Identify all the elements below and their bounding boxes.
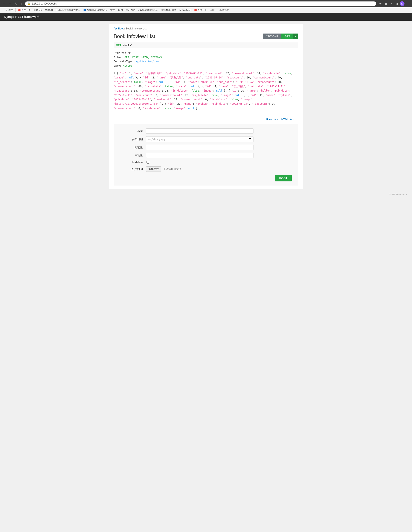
bookmark-apps2-label: 应用 <box>118 8 123 12</box>
breadcrumb: Api Root / Book Infoview List <box>114 27 298 30</box>
fanyi-icon: 🔵 <box>83 9 86 11</box>
bookmark-study-label: 学习网站 <box>126 8 135 12</box>
bookmark-fanyi[interactable]: 🔵 百度翻译-200种语... <box>82 8 109 12</box>
bookmark-separator2 <box>217 8 217 12</box>
user-avatar[interactable]: K <box>400 1 404 6</box>
header-buttons: OPTIONS GET ▾ <box>263 34 298 39</box>
name-label: 名字 <box>120 129 146 133</box>
apps-icon: ⋮⋮ <box>3 9 8 11</box>
name-row: 名字 <box>120 128 292 134</box>
is-delete-checkbox[interactable] <box>147 161 149 164</box>
content-type-value: application/json <box>135 60 160 63</box>
vary-value: Accept <box>123 64 132 67</box>
bookmark-baidu[interactable]: 🔴 百度一下 <box>17 8 32 12</box>
bookmark-star-button[interactable]: ★ <box>378 2 383 6</box>
image-label: 图片的url <box>120 167 146 171</box>
get-button[interactable]: GET <box>281 34 293 39</box>
bookmark-common-label: 常用 <box>110 8 115 12</box>
post-button[interactable]: POST <box>275 175 292 181</box>
bookmark-map[interactable]: 🗺 地图 <box>44 8 54 12</box>
choose-file-button[interactable]: 选择文件 <box>146 166 161 172</box>
form-tabs: Raw data HTML form <box>114 116 298 123</box>
allow-key: Allow: <box>114 56 125 59</box>
allow-value: GET, POST, HEAD, OPTIONS <box>125 56 162 59</box>
breadcrumb-current: Book Infoview List <box>126 27 147 30</box>
json-body: [ { "id": 1, "name": "射雕英雄传", "pub_date"… <box>114 70 298 112</box>
page-header: Book Infoview List OPTIONS GET ▾ <box>114 33 298 39</box>
bookmarks-bar: ⋮⋮ 应用 🔴 百度一下 ✉ Gmail 🗺 地图 {} JSON在线解析及格.… <box>0 7 412 13</box>
baidu2-icon: 🔴 <box>194 9 197 11</box>
browser-actions: ★ ▣ ✕ ◀ K ⋮ <box>378 1 410 6</box>
file-upload-container: 选择文件 未选择任何文件 <box>146 166 181 172</box>
youtube-icon: ▶ <box>179 9 181 11</box>
extensions-button[interactable]: ◀ <box>395 2 399 6</box>
bookmark-youtube[interactable]: ▶ YouTube <box>178 8 192 12</box>
is-delete-label: Is delete <box>120 161 146 164</box>
cast-button[interactable]: ▣ <box>384 2 388 6</box>
bookmark-youdao-label: 在线翻译_有道 <box>161 8 177 12</box>
bookmark-baidu-label: 百度一下 <box>21 8 31 12</box>
request-line: GET /books/ <box>114 43 298 48</box>
pub-date-label: 发布日期 <box>120 137 146 141</box>
address-text: 127.0.0.1:8000/books/ <box>32 2 57 5</box>
readcount-input[interactable] <box>146 145 253 150</box>
bookmark-wenquan[interactable]: 问圈 <box>209 8 216 12</box>
menu-button[interactable]: ⋮ <box>405 2 410 6</box>
bookmark-json-label: JSON在线解析及格... <box>58 8 80 12</box>
bookmark-youtube-label: YouTube <box>182 9 191 11</box>
bookmark-js[interactable]: Javascript在线压... <box>137 8 159 12</box>
main-content: Api Root / Book Infoview List Book Infov… <box>109 24 303 189</box>
bookmark-common[interactable]: 常用 <box>109 8 116 12</box>
response-block: HTTP 200 OK Allow: GET, POST, HEAD, OPTI… <box>114 51 298 68</box>
browser-chrome: ← → ↻ ⌂ 🔒 127.0.0.1:8000/books/ ★ ▣ ✕ ◀ … <box>0 0 412 7</box>
commentcount-row: 评论量 <box>120 153 292 158</box>
lock-icon: 🔒 <box>27 2 30 5</box>
home-button[interactable]: ⌂ <box>19 1 23 6</box>
forward-button[interactable]: → <box>8 1 13 6</box>
commentcount-input[interactable] <box>146 153 253 158</box>
bookmark-other[interactable]: 其他书签 <box>218 8 230 12</box>
copyright: ©2016 Beaubryo ▲ <box>0 192 412 197</box>
bookmark-fanyi-label: 百度翻译-200种语... <box>87 8 107 12</box>
readcount-row: 阅读量 <box>120 145 292 150</box>
content-type-key: Content-Type: <box>114 60 135 63</box>
bookmark-json[interactable]: {} JSON在线解析及格... <box>55 8 82 12</box>
bookmark-other-label: 其他书签 <box>220 8 229 12</box>
readcount-label: 阅读量 <box>120 145 146 149</box>
vary-key: Vary: <box>114 64 123 67</box>
commentcount-label: 评论量 <box>120 153 146 157</box>
close-button[interactable]: ✕ <box>389 2 394 6</box>
raw-data-tab[interactable]: Raw data <box>266 118 278 121</box>
is-delete-row: Is delete <box>120 161 292 164</box>
breadcrumb-root[interactable]: Api Root <box>114 27 123 30</box>
name-input[interactable] <box>146 128 253 134</box>
address-bar[interactable]: 🔒 127.0.0.1:8000/books/ <box>25 1 376 6</box>
pub-date-input[interactable] <box>146 136 253 142</box>
bookmark-apps2[interactable]: 应用 <box>117 8 124 12</box>
back-button[interactable]: ← <box>2 1 7 6</box>
bookmark-study[interactable]: 学习网站 <box>125 8 137 12</box>
get-dropdown-button[interactable]: ▾ <box>293 34 298 39</box>
drf-title: Django REST framework <box>4 15 39 19</box>
post-form: 名字 发布日期 阅读量 评论量 Is delete 图片的url 选择文件 未选… <box>114 124 298 186</box>
options-button[interactable]: OPTIONS <box>263 34 282 39</box>
http-status: HTTP 200 OK <box>114 52 131 55</box>
html-form-tab[interactable]: HTML form <box>281 118 295 121</box>
form-footer: POST <box>120 175 292 181</box>
vary-line: Vary: Accept <box>114 64 298 68</box>
bookmark-gmail[interactable]: ✉ Gmail <box>32 8 44 12</box>
nav-buttons: ← → ↻ ⌂ <box>2 1 23 6</box>
apps-grid-button[interactable]: ⋮⋮ 应用 <box>2 8 14 12</box>
refresh-button[interactable]: ↻ <box>14 1 19 6</box>
bookmark-wenquan-label: 问圈 <box>210 8 215 12</box>
allow-header-line: Allow: GET, POST, HEAD, OPTIONS <box>114 56 298 59</box>
bookmark-baidu2-label: 百度一下 <box>197 8 207 12</box>
apps-label: 应用 <box>8 8 13 12</box>
bookmark-gmail-label: Gmail <box>36 9 42 11</box>
bookmark-baidu2[interactable]: 🔴 百度一下 <box>193 8 208 12</box>
request-method: GET <box>116 44 121 47</box>
bookmark-youdao[interactable]: 在线翻译_有道 <box>160 8 178 12</box>
drf-header: Django REST framework <box>0 13 412 21</box>
image-row: 图片的url 选择文件 未选择任何文件 <box>120 166 292 172</box>
no-file-text: 未选择任何文件 <box>163 167 181 171</box>
